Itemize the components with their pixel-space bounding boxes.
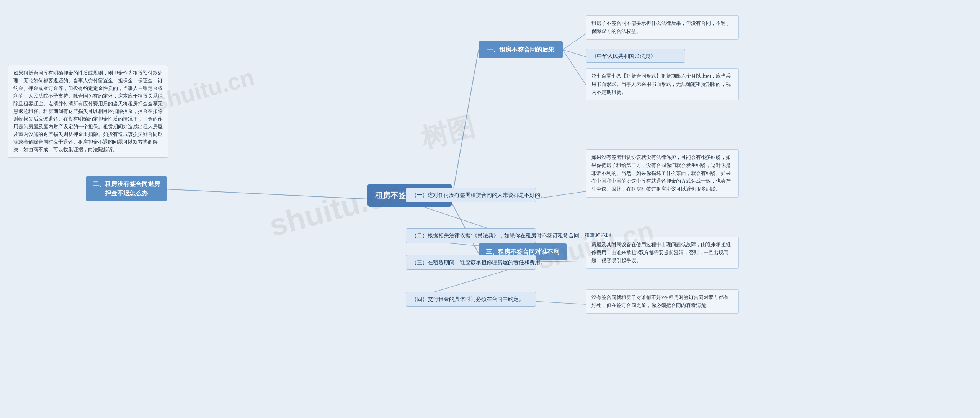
svg-line-5 [563,50,586,85]
branch1-item3: 第七百零七条【租赁合同形式】租赁期限六个月以上的，应当采用书面形式。当事人未采用… [586,68,739,100]
branch1-item1-text: 租房子不签合同不需要承担什么法律后果，但没有合同，不利于保障双方的合法权益。 [591,20,731,34]
branch1-l1: 一、租房不签合同的后果 [479,41,563,58]
branch1-l1-label: 一、租房不签合同的后果 [487,45,554,54]
left-l1: 二、租房没有签合同退房押金不退怎么办 [86,176,167,201]
branch2-content4-text: 没有签合同就租房子对谁都不好?在租房时签订合同对双方都有好处，但在签订合同之前，… [591,294,728,308]
left-l1-label: 二、租房没有签合同退房押金不退怎么办 [92,180,160,198]
branch2-sub3-text: （三）在租赁期间，谁应该承担修理房屋的责任和费用。 [412,259,546,265]
branch1-item3-text: 第七百零七条【租赁合同形式】租赁期限六个月以上的，应当采用书面形式。当事人未采用… [591,73,731,95]
branch1-item1: 租房子不签合同不需要承担什么法律后果，但没有合同，不利于保障双方的合法权益。 [586,15,739,40]
branch2-sub1: （一）这对任何没有签署租赁合同的人来说都是不好的。 [406,188,536,202]
svg-line-2 [165,189,368,199]
branch2-sub4: （四）交付租金的具体时间必须在合同中约定。 [406,292,536,307]
branch2-sub2: （二）根据相关法律依据:《民法典》，如果你在租房时不签订租赁合同，租期将不明。 [406,228,536,243]
svg-line-0 [452,50,479,199]
left-content: 如果租赁合同没有明确押金的性质或规则，则押金作为租赁预付款处理，无论如何都要返还… [8,65,168,158]
branch2-content1: 如果没有签署租赁协议就没有法律保护，可能会有很多纠纷，如果你把房子租给第三方，没… [586,149,739,198]
branch1-item2: 《中华人民共和国民法典》 [586,49,685,63]
branch2-sub1-text: （一）这对任何没有签署租赁合同的人来说都是不好的。 [412,192,546,198]
branch1-item2-text: 《中华人民共和国民法典》 [591,52,656,60]
connection-lines [0,0,980,418]
left-content-text: 如果租赁合同没有明确押金的性质或规则，则押金作为租赁预付款处理，无论如何都要返还… [13,70,163,152]
branch2-sub4-text: （四）交付租金的具体时间必须在合同中约定。 [412,296,524,302]
branch2-sub3: （三）在租赁期间，谁应该承担修理房屋的责任和费用。 [406,255,536,270]
svg-line-3 [563,34,586,50]
watermark3: 树图 [417,108,479,157]
branch2-content4: 没有签合同就租房子对谁都不好?在租房时签订合同对双方都有好处，但在签订合同之前，… [586,289,739,314]
branch2-content1-text: 如果没有签署租赁协议就没有法律保护，可能会有很多纠纷，如果你把房子租给第三方，没… [591,154,731,192]
branch2-content3: 房屋及其附属设备在使用过程中出现问题或故障，由谁来承担维修费用，由谁来承担?双方… [586,237,739,269]
svg-line-4 [563,50,586,57]
branch2-content3-text: 房屋及其附属设备在使用过程中出现问题或故障，由谁来承担维修费用，由谁来承担?双方… [591,242,731,263]
mindmap-container: 租房不签合同的后果 一、租房不签合同的后果 租房子不签合同不需要承担什么法律后果… [0,0,980,418]
